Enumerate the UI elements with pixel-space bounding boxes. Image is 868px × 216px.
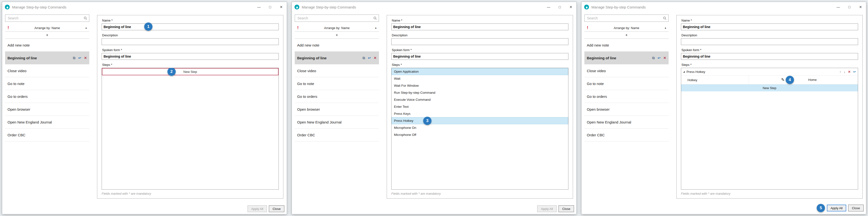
delete-command-icon[interactable]: ✕	[663, 56, 666, 60]
step-option-execute-voice-command[interactable]: Execute Voice Command	[392, 96, 568, 103]
search-icon[interactable]	[373, 17, 377, 20]
command-item[interactable]: Open browser	[5, 103, 89, 116]
apply-all-button[interactable]: Apply All	[537, 205, 557, 212]
command-item[interactable]: Order CBC	[295, 129, 379, 142]
sort-ascending-icon[interactable]: ▲	[662, 27, 669, 29]
callout-badge-5: 5	[817, 204, 825, 212]
step-option-press-keys[interactable]: Press Keys	[392, 110, 568, 117]
command-item[interactable]: Open New England Journal	[5, 116, 89, 129]
new-step-button[interactable]: New Step	[681, 85, 858, 91]
command-item[interactable]: Go to orders	[584, 90, 669, 103]
titlebar[interactable]: Manage Step-by-step Commands — □ ✕	[582, 2, 866, 12]
command-item[interactable]: Open New England Journal	[584, 116, 669, 129]
minimize-button[interactable]: —	[833, 2, 844, 12]
name-input[interactable]	[102, 24, 279, 30]
name-input[interactable]	[681, 24, 858, 30]
step-option-microphone-off[interactable]: Microphone Off	[392, 131, 568, 138]
add-command-button[interactable]: +	[5, 32, 89, 39]
maximize-button[interactable]: □	[265, 2, 276, 12]
command-item[interactable]: Open browser	[295, 103, 379, 116]
arrange-by-row[interactable]: ! Arrange by: Name ▲	[5, 24, 89, 32]
apply-all-button[interactable]: Apply All	[248, 205, 267, 212]
search-input[interactable]	[587, 16, 663, 20]
step-option-wait-for-window[interactable]: Wait For Window	[392, 82, 568, 89]
apply-all-button[interactable]: Apply All	[827, 205, 846, 211]
minimize-button[interactable]: —	[253, 2, 265, 12]
add-command-button[interactable]: +	[584, 32, 669, 39]
step-option-wait[interactable]: Wait	[392, 75, 568, 82]
command-item-selected[interactable]: Beginning of line ⧉ ↩ ✕	[584, 52, 669, 64]
collapse-expander-icon[interactable]: ◢	[683, 70, 685, 73]
undo-step-icon[interactable]: ↩	[853, 70, 856, 73]
close-button[interactable]: Close	[848, 205, 864, 211]
command-item-selected[interactable]: Beginning of line ⧉ ↩ ✕	[295, 52, 379, 64]
search-icon[interactable]	[663, 17, 666, 20]
step-option-press-hotkey[interactable]: Press Hotkey 3	[392, 117, 568, 124]
close-button[interactable]: Close	[558, 205, 574, 212]
spoken-form-input[interactable]	[681, 53, 858, 60]
titlebar-close-button[interactable]: ✕	[276, 2, 287, 12]
titlebar-close-button[interactable]: ✕	[855, 2, 866, 12]
minimize-button[interactable]: —	[543, 2, 554, 12]
spoken-form-input[interactable]	[102, 53, 279, 60]
maximize-button[interactable]: □	[554, 2, 565, 12]
undo-changes-icon[interactable]: ↩	[368, 56, 371, 60]
delete-command-icon[interactable]: ✕	[374, 56, 376, 60]
spoken-form-input[interactable]	[391, 53, 568, 60]
copy-command-icon[interactable]: ⧉	[73, 56, 75, 60]
command-item[interactable]: Close video	[5, 64, 89, 77]
command-item[interactable]: Open browser	[584, 103, 669, 116]
close-button[interactable]: Close	[269, 205, 284, 212]
command-item[interactable]: Go to note	[584, 77, 669, 90]
new-step-button[interactable]: New Step 2	[102, 68, 279, 75]
arrange-by-row[interactable]: ! Arrange by: Name ▲	[584, 24, 669, 32]
command-item[interactable]: Go to note	[5, 77, 89, 90]
sort-ascending-icon[interactable]: ▲	[83, 27, 89, 29]
search-input[interactable]	[297, 16, 373, 20]
name-input[interactable]	[391, 24, 568, 30]
description-input[interactable]	[391, 38, 568, 45]
titlebar-close-button[interactable]: ✕	[565, 2, 577, 12]
edit-hotkey-icon[interactable]: ✎	[781, 77, 784, 82]
search-input[interactable]	[7, 16, 84, 20]
command-item[interactable]: Close video	[295, 64, 379, 77]
titlebar[interactable]: Manage Step-by-step Commands — □ ✕	[2, 2, 287, 12]
sort-ascending-icon[interactable]: ▲	[373, 27, 379, 29]
command-item[interactable]: Close video	[584, 64, 669, 77]
titlebar[interactable]: Manage Step-by-step Commands — □ ✕	[292, 2, 577, 12]
undo-changes-icon[interactable]: ↩	[79, 56, 81, 60]
copy-command-icon[interactable]: ⧉	[652, 56, 655, 60]
delete-command-icon[interactable]: ✕	[84, 56, 87, 60]
search-icon[interactable]	[84, 17, 87, 20]
command-item[interactable]: Order CBC	[584, 129, 669, 142]
step-option-run-step-by-step-command[interactable]: Run Step-by-step Command	[392, 89, 568, 96]
description-input[interactable]	[681, 38, 858, 45]
delete-step-icon[interactable]: ✕	[848, 70, 850, 73]
command-item-selected[interactable]: Beginning of line ⧉ ↩ ✕	[5, 52, 89, 64]
search-box[interactable]	[584, 14, 669, 22]
search-box[interactable]	[5, 14, 89, 22]
command-item[interactable]: Order CBC	[5, 129, 89, 142]
undo-changes-icon[interactable]: ↩	[658, 56, 661, 60]
command-item[interactable]: Open New England Journal	[295, 116, 379, 129]
command-item[interactable]: Go to note	[295, 77, 379, 90]
maximize-button[interactable]: □	[844, 2, 855, 12]
step-option-microphone-on[interactable]: Microphone On	[392, 124, 568, 131]
command-item[interactable]: Go to orders	[5, 90, 89, 103]
step-option-open-application[interactable]: Open Application	[392, 68, 568, 75]
arrange-by-row[interactable]: ! Arrange by: Name ▲	[295, 24, 379, 32]
command-item[interactable]: Add new note	[584, 39, 669, 52]
step-option-enter-text[interactable]: Enter Text	[392, 103, 568, 110]
dragon-app-icon	[294, 4, 300, 10]
add-command-button[interactable]: +	[295, 32, 379, 39]
description-input[interactable]	[102, 38, 279, 45]
copy-command-icon[interactable]: ⧉	[363, 56, 365, 60]
description-label: Description	[392, 33, 568, 37]
command-item[interactable]: Add new note	[5, 39, 89, 52]
move-step-down-icon[interactable]: ↓	[844, 70, 845, 73]
move-step-up-icon[interactable]: ↑	[839, 70, 841, 73]
search-box[interactable]	[295, 14, 379, 22]
command-item[interactable]: Add new note	[295, 39, 379, 52]
press-hotkey-step-header[interactable]: ◢ Press Hotkey ↑ ↓ ✕ ↩	[681, 68, 858, 75]
command-item[interactable]: Go to orders	[295, 90, 379, 103]
